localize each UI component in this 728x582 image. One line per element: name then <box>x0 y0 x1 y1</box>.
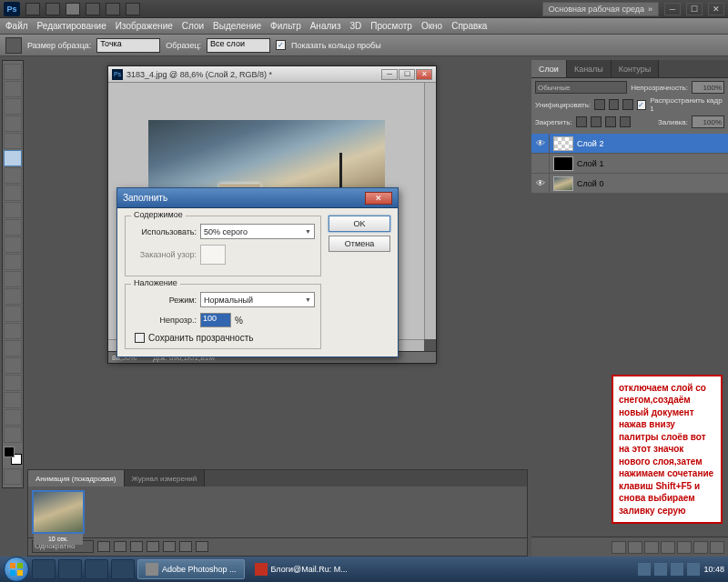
zoom-level-icon[interactable] <box>86 3 100 15</box>
blur-tool[interactable] <box>4 271 22 287</box>
tray-icon[interactable] <box>671 563 683 576</box>
screen-mode-icon[interactable] <box>126 3 140 15</box>
mini-bridge-icon[interactable] <box>46 3 60 15</box>
eyedropper-tool[interactable] <box>4 150 22 166</box>
delete-frame-button[interactable] <box>196 541 208 552</box>
tab-paths[interactable]: Контуры <box>612 60 659 77</box>
layer-thumbnail[interactable] <box>553 156 573 171</box>
link-layers-icon[interactable] <box>612 541 626 554</box>
menu-view[interactable]: Просмотр <box>370 21 412 31</box>
menu-window[interactable]: Окно <box>421 21 442 31</box>
layer-fill-input[interactable]: 100% <box>692 115 724 128</box>
layer-name[interactable]: Слой 0 <box>577 179 603 188</box>
close-button[interactable]: ✕ <box>708 3 724 15</box>
menu-edit[interactable]: Редактирование <box>37 21 106 31</box>
move-tool[interactable] <box>4 64 22 80</box>
doc-close-button[interactable]: ✕ <box>416 69 432 80</box>
unify-position-icon[interactable] <box>594 99 605 110</box>
animation-frame[interactable]: 10 сек. <box>32 490 85 534</box>
menu-image[interactable]: Изображение <box>116 21 173 31</box>
menu-help[interactable]: Справка <box>451 21 487 31</box>
sample-select[interactable]: Все слои <box>207 38 270 53</box>
quick-launch-icon[interactable] <box>58 559 82 579</box>
volume-icon[interactable] <box>687 563 700 576</box>
show-ring-checkbox[interactable]: ✓ <box>276 40 286 50</box>
marquee-tool[interactable] <box>4 81 22 97</box>
tray-icon[interactable] <box>638 563 651 576</box>
layer-opacity-input[interactable]: 100% <box>692 81 724 94</box>
dialog-titlebar[interactable]: Заполнить ✕ <box>117 188 398 208</box>
maximize-button[interactable]: ☐ <box>686 3 703 15</box>
unify-style-icon[interactable] <box>622 99 633 110</box>
visibility-toggle[interactable] <box>531 154 550 173</box>
gradient-tool[interactable] <box>4 254 22 270</box>
adjustment-layer-icon[interactable] <box>661 541 675 554</box>
menu-3d[interactable]: 3D <box>349 21 361 31</box>
next-frame-button[interactable] <box>147 541 159 552</box>
eraser-tool[interactable] <box>4 236 22 253</box>
layer-thumbnail[interactable] <box>553 176 573 191</box>
unify-visibility-icon[interactable] <box>609 99 620 110</box>
quick-launch-icon[interactable] <box>111 559 135 579</box>
first-frame-button[interactable] <box>97 541 110 552</box>
play-button[interactable] <box>130 541 143 552</box>
tab-layers[interactable]: Слои <box>531 60 567 77</box>
healing-tool[interactable] <box>4 167 22 184</box>
document-titlebar[interactable]: Ps 3183_4.jpg @ 88,6% (Слой 2, RGB/8) * … <box>108 66 436 83</box>
wand-tool[interactable] <box>4 115 22 132</box>
quick-mask-tool[interactable] <box>4 468 22 485</box>
doc-minimize-button[interactable]: ─ <box>381 69 398 80</box>
quick-launch-icon[interactable] <box>85 559 108 579</box>
layer-name[interactable]: Слой 2 <box>577 139 603 148</box>
brush-tool[interactable] <box>4 185 22 201</box>
layer-style-icon[interactable] <box>628 541 642 554</box>
crop-tool[interactable] <box>4 133 22 149</box>
layer-row[interactable]: 👁 Слой 0 <box>531 174 728 194</box>
tray-icon[interactable] <box>654 563 667 576</box>
menu-layer[interactable]: Слои <box>182 21 204 31</box>
layer-row[interactable]: Слой 1 <box>531 154 728 174</box>
delete-layer-icon[interactable] <box>710 541 724 554</box>
visibility-toggle[interactable]: 👁 <box>531 174 550 193</box>
history-brush-tool[interactable] <box>4 219 22 236</box>
lasso-tool[interactable] <box>4 98 22 115</box>
use-combobox[interactable]: 50% серого <box>200 224 315 239</box>
clock[interactable]: 10:48 <box>703 565 724 574</box>
layer-group-icon[interactable] <box>677 541 692 554</box>
menu-analysis[interactable]: Анализ <box>310 21 341 31</box>
layer-name[interactable]: Слой 1 <box>577 159 603 168</box>
path-select-tool[interactable] <box>4 340 22 356</box>
eyedropper-tool-icon[interactable] <box>5 37 22 54</box>
sample-size-select[interactable]: Точка <box>96 38 160 53</box>
opacity-input[interactable]: 100 <box>200 313 231 327</box>
new-frame-button[interactable] <box>179 541 192 552</box>
dialog-close-button[interactable]: ✕ <box>365 192 392 205</box>
menu-file[interactable]: Файл <box>5 21 28 31</box>
prev-frame-button[interactable] <box>114 541 126 552</box>
ok-button[interactable]: OK <box>329 216 390 232</box>
tab-channels[interactable]: Каналы <box>567 60 612 77</box>
menu-filter[interactable]: Фильтр <box>270 21 301 31</box>
taskbar-app-photoshop[interactable]: Adobe Photoshop ... <box>137 559 245 579</box>
frame-duration[interactable]: 10 сек. <box>34 534 83 545</box>
lock-pixels-icon[interactable] <box>591 116 602 127</box>
tab-animation[interactable]: Анимация (покадровая) <box>28 470 125 487</box>
lock-position-icon[interactable] <box>605 116 616 127</box>
menu-select[interactable]: Выделение <box>213 21 261 31</box>
workspace-switcher[interactable]: Основная рабочая среда» <box>542 2 659 16</box>
lock-transparent-icon[interactable] <box>576 116 587 127</box>
3d-camera-tool[interactable] <box>4 392 22 408</box>
color-swatches[interactable] <box>4 447 22 465</box>
stamp-tool[interactable] <box>4 202 22 218</box>
propagate-frame-checkbox[interactable]: ✓ <box>637 100 647 110</box>
layer-row[interactable]: 👁 Слой 2 <box>531 134 728 154</box>
cancel-button[interactable]: Отмена <box>329 236 390 252</box>
arrange-icon[interactable] <box>106 3 120 15</box>
zoom-tool[interactable] <box>4 426 22 443</box>
layer-thumbnail[interactable] <box>553 136 573 151</box>
hand-tool[interactable] <box>4 409 22 426</box>
preserve-transparency-checkbox[interactable] <box>135 333 145 343</box>
pen-tool[interactable] <box>4 306 22 322</box>
dodge-tool[interactable] <box>4 288 22 305</box>
view-extras-icon[interactable] <box>66 3 80 15</box>
